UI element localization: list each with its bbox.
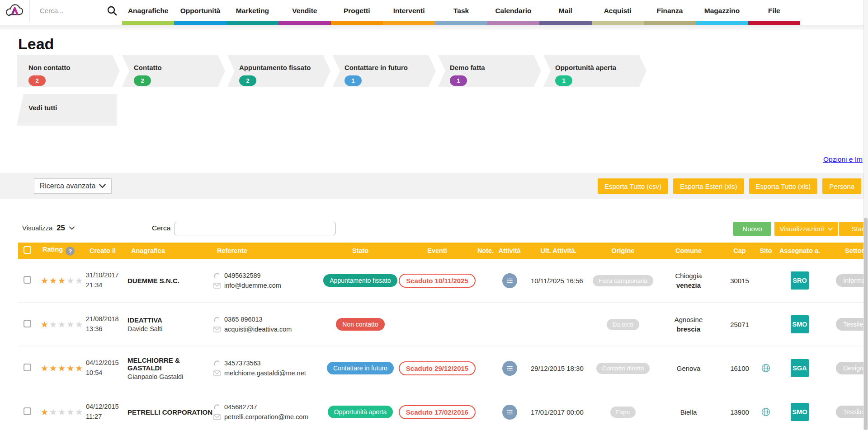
activity-list-icon[interactable] — [502, 273, 517, 288]
row-checkbox[interactable] — [24, 364, 31, 371]
options-settings-link[interactable]: Opzioni e Im — [823, 155, 863, 164]
rating-stars[interactable]: ★★★★★ — [35, 276, 86, 286]
page-title: Lead — [18, 35, 54, 53]
referente-cell: 0495632589 info@duemme.com — [213, 272, 322, 289]
assignee-badge[interactable]: SRO — [791, 271, 809, 290]
event-badge[interactable]: Scaduto 17/02/2016 — [399, 405, 476, 419]
website-globe-icon[interactable] — [761, 363, 771, 373]
select-all-checkbox[interactable] — [24, 246, 31, 254]
nav-item-magazzino[interactable]: Magazzino — [696, 0, 748, 21]
company-cell[interactable]: IDEATTIVADavide Salti — [127, 316, 213, 332]
stage-vedi-tutti[interactable]: Vedi tutti — [17, 94, 117, 126]
app-logo[interactable] — [0, 0, 30, 21]
email-address[interactable]: acquisti@ideattiva.com — [224, 326, 292, 333]
activity-list-icon[interactable] — [502, 361, 517, 376]
contact-person: Davide Salti — [127, 325, 213, 332]
city-cell: Genova — [652, 364, 725, 373]
export-custom-button[interactable]: Persona — [822, 178, 861, 194]
stage-demo-fatta[interactable]: Demo fatta 1 — [438, 55, 541, 87]
nav-item-vendite[interactable]: Vendite — [278, 0, 330, 21]
email-address[interactable]: petrelli.corporation@me.com — [224, 413, 308, 421]
col-attivita: Attività — [495, 247, 524, 254]
phone-number[interactable]: 3457373563 — [224, 360, 261, 367]
cloud-logo-icon — [5, 3, 25, 19]
event-badge[interactable]: Scaduto 10/11/2025 — [399, 274, 476, 288]
main-nav: Anagrafiche Opportunità Marketing Vendit… — [122, 0, 800, 21]
row-checkbox[interactable] — [24, 320, 31, 327]
stage-label: Demo fatta — [450, 64, 541, 71]
table-row[interactable]: ★★★★★ 31/10/201721:34 DUEMME S.N.C. 0495… — [18, 259, 868, 303]
nav-item-marketing[interactable]: Marketing — [226, 0, 278, 21]
row-checkbox[interactable] — [24, 276, 31, 284]
email-icon — [213, 327, 221, 332]
phone-number[interactable]: 045682737 — [224, 403, 257, 411]
phone-number[interactable]: 0365 896013 — [224, 316, 263, 323]
status-badge[interactable]: Appuntamento fissato — [323, 274, 397, 287]
stage-opportunita-aperta[interactable]: Opportunità aperta 1 — [543, 55, 646, 87]
nav-underline — [435, 21, 487, 25]
table-row[interactable]: ★★★★★ 04/12/201511:27 PETRELLI CORPORATI… — [18, 390, 868, 430]
website-globe-icon[interactable] — [761, 407, 771, 417]
nav-item-task[interactable]: Task — [435, 0, 487, 21]
company-cell[interactable]: MELCHIORRE & GASTALDIGianpaolo Gastaldi — [127, 356, 213, 380]
stage-label: Appuntamento fissato — [239, 64, 330, 71]
status-badge[interactable]: Contattare in futuro — [327, 362, 394, 374]
nav-item-file[interactable]: File — [748, 0, 800, 21]
stage-contatto[interactable]: Contatto 2 — [122, 55, 225, 87]
nav-item-acquisti[interactable]: Acquisti — [592, 0, 644, 21]
rating-stars[interactable]: ★★★★★ — [35, 363, 86, 374]
status-badge[interactable]: Opportunità aperta — [328, 406, 393, 418]
export-all-csv-button[interactable]: Esporta Tutto (csv) — [598, 178, 668, 194]
row-checkbox[interactable] — [24, 407, 31, 415]
status-badge[interactable]: Non contatto — [336, 318, 384, 331]
nav-underline — [122, 21, 174, 25]
nav-item-interventi[interactable]: Interventi — [383, 0, 435, 21]
stage-count-badge: 2 — [134, 75, 151, 86]
nav-underline — [487, 21, 539, 25]
created-cell: 21/08/201813:36 — [86, 314, 127, 334]
col-origine: Origine — [594, 247, 652, 254]
stage-non-contatto[interactable]: Non contatto 2 — [17, 55, 120, 87]
topbar: Anagrafiche Opportunità Marketing Vendit… — [0, 0, 868, 21]
company-cell[interactable]: PETRELLI CORPORATION — [127, 408, 213, 416]
vertical-scrollbar-thumb[interactable] — [864, 218, 868, 430]
assignee-badge[interactable]: SMO — [791, 315, 809, 333]
table-row[interactable]: ★★★★★ 04/12/201510:54 MELCHIORRE & GASTA… — [18, 346, 868, 390]
page-size-selector[interactable]: Visualizza 25 — [22, 224, 75, 232]
global-search-input[interactable] — [40, 7, 103, 14]
nav-underline — [748, 21, 800, 25]
event-badge[interactable]: Scaduto 29/12/2015 — [399, 361, 476, 375]
nav-label: Opportunità — [180, 7, 221, 15]
export-all-xls-button[interactable]: Esporta Tutto (xls) — [749, 178, 818, 194]
rating-stars[interactable]: ★★★★★ — [35, 407, 86, 417]
nav-item-mail[interactable]: Mail — [539, 0, 591, 21]
export-esteri-xls-button[interactable]: Esporta Esteri (xls) — [673, 178, 744, 194]
company-cell[interactable]: DUEMME S.N.C. — [127, 277, 213, 285]
city-cell: Agnosinebrescia — [652, 315, 725, 334]
nav-item-opportunita[interactable]: Opportunità — [174, 0, 226, 21]
col-settore: Settore — [822, 247, 868, 254]
stage-appuntamento-fissato[interactable]: Appuntamento fissato 2 — [227, 55, 330, 87]
activity-list-icon[interactable] — [502, 405, 517, 420]
views-button[interactable]: Visualizzazioni — [774, 222, 838, 236]
assignee-badge[interactable]: SGA — [791, 359, 809, 377]
email-address[interactable]: info@duemme.com — [224, 282, 281, 289]
nav-item-anagrafiche[interactable]: Anagrafiche — [122, 0, 174, 21]
nav-item-finanza[interactable]: Finanza — [644, 0, 696, 21]
nav-item-calendario[interactable]: Calendario — [487, 0, 539, 21]
nav-item-progetti[interactable]: Progetti — [331, 0, 383, 21]
assignee-badge[interactable]: SMO — [791, 403, 809, 421]
phone-number[interactable]: 0495632589 — [224, 272, 261, 279]
phone-icon — [213, 316, 221, 323]
table-search-input[interactable] — [174, 222, 336, 235]
export-buttons: Esporta Tutto (csv) Esporta Esteri (xls)… — [598, 178, 861, 194]
table-row[interactable]: ★★★★★ 21/08/201813:36 IDEATTIVADavide Sa… — [18, 303, 868, 346]
rating-help-icon[interactable]: ? — [66, 247, 75, 256]
new-button[interactable]: Nuovo — [733, 222, 771, 236]
advanced-search-dropdown[interactable]: Ricerca avanzata — [34, 178, 112, 194]
search-icon[interactable] — [107, 5, 118, 16]
stage-label: Contattare in futuro — [344, 64, 436, 71]
stage-contattare-in-futuro[interactable]: Contattare in futuro 1 — [333, 55, 436, 87]
rating-stars[interactable]: ★★★★★ — [35, 319, 86, 330]
email-address[interactable]: melchiorre.gastaldi@me.net — [224, 369, 306, 377]
